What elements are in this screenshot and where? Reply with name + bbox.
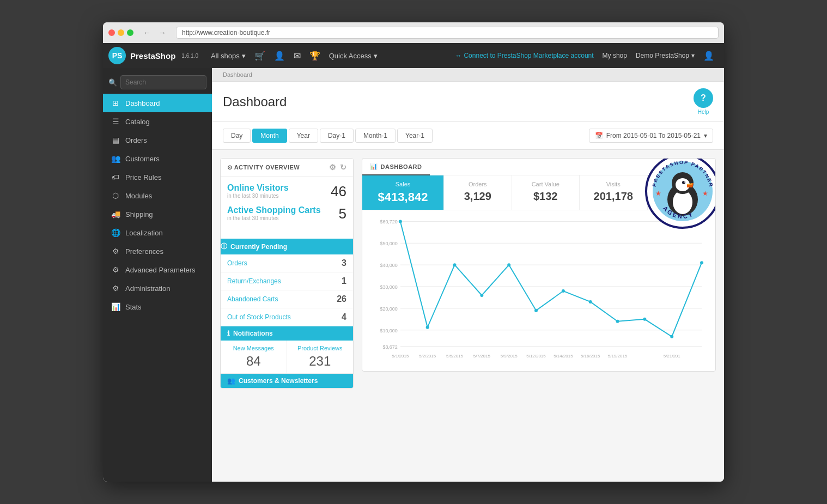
sidebar-item-preferences[interactable]: ⚙ Preferences: [103, 242, 212, 260]
svg-text:$60,720: $60,720: [380, 219, 397, 224]
svg-text:5/5/2015: 5/5/2015: [446, 354, 464, 359]
my-shop-link[interactable]: My shop: [603, 52, 627, 59]
partner-badge: ★ ★ PRESTASHOP PARTNER AGENC: [644, 158, 716, 229]
user-avatar[interactable]: 👤: [703, 51, 714, 61]
stat-sales[interactable]: Sales $413,842: [362, 175, 444, 210]
svg-text:$10,000: $10,000: [380, 328, 397, 333]
shipping-icon: 🚚: [111, 210, 120, 218]
stat-cart-value[interactable]: Cart Value $132: [512, 175, 580, 210]
sidebar-item-customers[interactable]: 👥 Customers: [103, 149, 212, 168]
svg-point-38: [670, 335, 673, 338]
period-month-1[interactable]: Month-1: [355, 129, 396, 143]
pending-icon: ⓘ: [221, 242, 227, 251]
online-visitors-label: Online Visitors: [227, 183, 289, 193]
tab-dashboard[interactable]: 📊 DASHBOARD: [362, 159, 430, 175]
stat-orders[interactable]: Orders 3,129: [444, 175, 512, 210]
online-visitors-row: Online Visitors in the last 30 minutes 4…: [227, 183, 346, 200]
brand-logo: PS: [108, 47, 126, 64]
localization-icon: 🌐: [111, 228, 120, 237]
orders-icon: ▤: [111, 136, 120, 144]
orders-label: Orders: [452, 181, 503, 187]
dot-yellow[interactable]: [118, 29, 124, 36]
app-container: PS PrestaShop 1.6.1.0 All shops ▾ 🛒 👤 ✉ …: [103, 43, 724, 482]
forward-button[interactable]: →: [156, 27, 169, 38]
sidebar-item-advanced-parameters[interactable]: ⚙ Advanced Parameters: [103, 260, 212, 279]
svg-point-28: [399, 220, 402, 223]
svg-point-36: [616, 320, 619, 323]
settings-icon[interactable]: ⚙: [329, 163, 337, 172]
panel-actions: ⚙ ↻: [329, 163, 346, 172]
period-year-1[interactable]: Year-1: [397, 129, 433, 143]
dot-green[interactable]: [127, 29, 133, 36]
sidebar-item-localization[interactable]: 🌐 Localization: [103, 223, 212, 242]
period-month[interactable]: Month: [252, 129, 287, 143]
date-range-picker[interactable]: 📅 From 2015-05-01 To 2015-05-21 ▾: [589, 129, 713, 143]
activity-panel: ⊙ ACTIVITY OVERVIEW ⚙ ↻: [220, 158, 354, 388]
quick-access-dropdown[interactable]: Quick Access ▾: [329, 52, 378, 60]
svg-text:$3,672: $3,672: [382, 344, 397, 350]
trophy-icon[interactable]: 🏆: [309, 51, 320, 61]
sidebar-item-label: Shipping: [125, 210, 153, 218]
calendar-icon: 📅: [595, 132, 603, 139]
person-icon[interactable]: 👤: [274, 51, 285, 61]
pending-returns[interactable]: Return/Exchanges 1: [221, 272, 353, 290]
sidebar-item-orders[interactable]: ▤ Orders: [103, 131, 212, 149]
svg-point-37: [643, 318, 646, 321]
sales-chart: $60,720 $50,000 $40,000 $30,000 $20,000 …: [370, 216, 707, 368]
sidebar-item-administration[interactable]: ⚙ Administration: [103, 279, 212, 297]
visits-value: 201,178: [588, 190, 639, 203]
sidebar: 🔍 ⊞ Dashboard ☰ Catalog ▤ Orders 👥: [103, 68, 212, 482]
clock-icon: ⊙: [227, 164, 233, 171]
all-shops-dropdown[interactable]: All shops ▾: [211, 52, 246, 60]
sidebar-item-label: Catalog: [125, 118, 150, 126]
address-bar[interactable]: [176, 27, 719, 39]
back-button[interactable]: ←: [141, 27, 154, 38]
content-area: Dashboard Dashboard ? Help Day Month Yea…: [212, 68, 724, 482]
svg-text:5/9/2015: 5/9/2015: [501, 354, 518, 359]
active-carts-row: Active Shopping Carts in the last 30 min…: [227, 205, 346, 222]
pending-orders[interactable]: Orders 3: [221, 254, 353, 272]
catalog-icon: ☰: [111, 117, 120, 126]
activity-title: ⊙ ACTIVITY OVERVIEW: [227, 164, 300, 171]
user-dropdown[interactable]: Demo PrestaShop ▾: [636, 52, 695, 59]
period-year[interactable]: Year: [289, 129, 318, 143]
sidebar-item-dashboard[interactable]: ⊞ Dashboard: [103, 94, 212, 112]
product-reviews-label[interactable]: Product Reviews: [294, 345, 347, 351]
search-input[interactable]: [120, 75, 206, 89]
sidebar-item-catalog[interactable]: ☰ Catalog: [103, 112, 212, 131]
pending-carts[interactable]: Abandoned Carts 26: [221, 290, 353, 308]
date-range-text: From 2015-05-01 To 2015-05-21: [606, 132, 701, 139]
dot-red[interactable]: [108, 29, 115, 36]
svg-text:5/19/2015: 5/19/2015: [608, 354, 628, 359]
sidebar-item-stats[interactable]: 📊 Stats: [103, 297, 212, 316]
new-messages-value: 84: [227, 354, 280, 369]
stat-visits[interactable]: Visits 201,178: [580, 175, 648, 210]
new-messages-label[interactable]: New Messages: [227, 345, 280, 351]
connect-marketplace-link[interactable]: ↔ Connect to PrestaShop Marketplace acco…: [455, 52, 593, 59]
browser-nav: ← →: [141, 27, 169, 38]
period-day-1[interactable]: Day-1: [320, 129, 354, 143]
browser-chrome: ← →: [103, 22, 724, 43]
svg-point-33: [534, 309, 538, 312]
visits-label: Visits: [588, 181, 639, 187]
svg-point-39: [700, 261, 703, 264]
sidebar-item-shipping[interactable]: 🚚 Shipping: [103, 205, 212, 223]
svg-point-29: [426, 326, 429, 329]
dashboard-grid: ⊙ ACTIVITY OVERVIEW ⚙ ↻: [212, 158, 724, 397]
pending-out-of-stock[interactable]: Out of Stock Products 4: [221, 308, 353, 326]
help-section: ? Help: [694, 88, 713, 115]
refresh-icon[interactable]: ↻: [340, 163, 347, 172]
help-button[interactable]: ?: [694, 88, 713, 108]
sidebar-item-modules[interactable]: ⬡ Modules: [103, 186, 212, 205]
cart-icon[interactable]: 🛒: [254, 51, 265, 61]
period-day[interactable]: Day: [223, 129, 251, 143]
customers-newsletters-section[interactable]: 👥 Customers & Newsletters: [221, 374, 353, 388]
product-reviews-value: 231: [294, 354, 347, 369]
sidebar-item-price-rules[interactable]: 🏷 Price Rules: [103, 168, 212, 186]
svg-text:5/12/2015: 5/12/2015: [526, 354, 546, 359]
help-label: Help: [698, 109, 709, 115]
mail-icon[interactable]: ✉: [294, 51, 301, 61]
product-reviews-cell: Product Reviews 231: [287, 341, 354, 373]
online-visitors-value: 46: [331, 183, 346, 200]
content-header: Dashboard ? Help: [212, 82, 724, 122]
